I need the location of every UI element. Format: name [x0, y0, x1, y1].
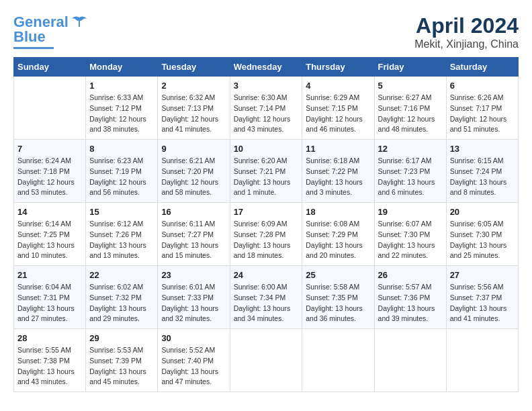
day-info: Sunrise: 6:15 AMSunset: 7:24 PMDaylight:…: [450, 156, 515, 198]
day-number: 27: [450, 270, 515, 280]
day-info: Sunrise: 6:32 AMSunset: 7:13 PMDaylight:…: [161, 93, 226, 135]
day-cell: 28Sunrise: 5:55 AMSunset: 7:38 PMDayligh…: [14, 329, 86, 392]
day-cell: [14, 77, 86, 140]
day-number: 28: [17, 333, 82, 343]
day-cell: 20Sunrise: 6:05 AMSunset: 7:30 PMDayligh…: [446, 203, 518, 266]
day-cell: 21Sunrise: 6:04 AMSunset: 7:31 PMDayligh…: [14, 266, 86, 329]
header: General Blue April 2024 Mekit, Xinjiang,…: [13, 13, 519, 50]
header-thursday: Thursday: [302, 58, 374, 77]
day-number: 22: [89, 270, 154, 280]
day-info: Sunrise: 6:24 AMSunset: 7:18 PMDaylight:…: [17, 156, 82, 198]
day-number: 11: [306, 144, 370, 154]
day-info: Sunrise: 6:08 AMSunset: 7:29 PMDaylight:…: [306, 219, 370, 261]
day-info: Sunrise: 5:56 AMSunset: 7:37 PMDaylight:…: [450, 282, 515, 324]
day-cell: 19Sunrise: 6:07 AMSunset: 7:30 PMDayligh…: [374, 203, 446, 266]
calendar-header: Sunday Monday Tuesday Wednesday Thursday…: [14, 58, 519, 77]
day-cell: 14Sunrise: 6:14 AMSunset: 7:25 PMDayligh…: [14, 203, 86, 266]
day-cell: 25Sunrise: 5:58 AMSunset: 7:35 PMDayligh…: [302, 266, 374, 329]
header-monday: Monday: [86, 58, 158, 77]
header-friday: Friday: [374, 58, 446, 77]
day-info: Sunrise: 6:29 AMSunset: 7:15 PMDaylight:…: [306, 93, 370, 135]
day-info: Sunrise: 6:21 AMSunset: 7:20 PMDaylight:…: [161, 156, 226, 198]
day-cell: 9Sunrise: 6:21 AMSunset: 7:20 PMDaylight…: [158, 140, 230, 203]
day-cell: 8Sunrise: 6:23 AMSunset: 7:19 PMDaylight…: [86, 140, 158, 203]
day-info: Sunrise: 6:04 AMSunset: 7:31 PMDaylight:…: [17, 282, 82, 324]
header-row: Sunday Monday Tuesday Wednesday Thursday…: [14, 58, 519, 77]
header-sunday: Sunday: [14, 58, 86, 77]
day-cell: 4Sunrise: 6:29 AMSunset: 7:15 PMDaylight…: [302, 77, 374, 140]
day-number: 15: [89, 207, 154, 217]
day-number: 14: [17, 207, 82, 217]
day-info: Sunrise: 6:12 AMSunset: 7:26 PMDaylight:…: [89, 219, 154, 261]
day-number: 5: [378, 81, 443, 91]
day-info: Sunrise: 6:33 AMSunset: 7:12 PMDaylight:…: [89, 93, 154, 135]
logo: General Blue: [13, 13, 89, 49]
logo-underline: [13, 47, 54, 49]
day-info: Sunrise: 6:02 AMSunset: 7:32 PMDaylight:…: [89, 282, 154, 324]
day-cell: 5Sunrise: 6:27 AMSunset: 7:16 PMDaylight…: [374, 77, 446, 140]
day-cell: [374, 329, 446, 392]
day-cell: 27Sunrise: 5:56 AMSunset: 7:37 PMDayligh…: [446, 266, 518, 329]
day-cell: 16Sunrise: 6:11 AMSunset: 7:27 PMDayligh…: [158, 203, 230, 266]
week-row-2: 7Sunrise: 6:24 AMSunset: 7:18 PMDaylight…: [14, 140, 519, 203]
day-info: Sunrise: 5:52 AMSunset: 7:40 PMDaylight:…: [161, 345, 226, 387]
main-title: April 2024: [414, 13, 519, 38]
day-cell: 11Sunrise: 6:18 AMSunset: 7:22 PMDayligh…: [302, 140, 374, 203]
day-number: 19: [378, 207, 443, 217]
week-row-4: 21Sunrise: 6:04 AMSunset: 7:31 PMDayligh…: [14, 266, 519, 329]
day-number: 18: [306, 207, 370, 217]
day-number: 7: [17, 144, 82, 154]
day-number: 10: [234, 144, 299, 154]
day-cell: [230, 329, 302, 392]
day-info: Sunrise: 6:26 AMSunset: 7:17 PMDaylight:…: [450, 93, 515, 135]
day-number: 26: [378, 270, 443, 280]
week-row-3: 14Sunrise: 6:14 AMSunset: 7:25 PMDayligh…: [14, 203, 519, 266]
day-number: 23: [161, 270, 226, 280]
day-cell: 22Sunrise: 6:02 AMSunset: 7:32 PMDayligh…: [86, 266, 158, 329]
day-cell: 30Sunrise: 5:52 AMSunset: 7:40 PMDayligh…: [158, 329, 230, 392]
day-number: 12: [378, 144, 443, 154]
day-number: 13: [450, 144, 515, 154]
day-number: 24: [234, 270, 299, 280]
day-cell: 29Sunrise: 5:53 AMSunset: 7:39 PMDayligh…: [86, 329, 158, 392]
day-cell: 17Sunrise: 6:09 AMSunset: 7:28 PMDayligh…: [230, 203, 302, 266]
day-number: 30: [161, 333, 226, 343]
week-row-1: 1Sunrise: 6:33 AMSunset: 7:12 PMDaylight…: [14, 77, 519, 140]
day-info: Sunrise: 6:14 AMSunset: 7:25 PMDaylight:…: [17, 219, 82, 261]
day-cell: 23Sunrise: 6:01 AMSunset: 7:33 PMDayligh…: [158, 266, 230, 329]
day-number: 8: [89, 144, 154, 154]
day-info: Sunrise: 5:57 AMSunset: 7:36 PMDaylight:…: [378, 282, 443, 324]
day-info: Sunrise: 5:53 AMSunset: 7:39 PMDaylight:…: [89, 345, 154, 387]
day-cell: 1Sunrise: 6:33 AMSunset: 7:12 PMDaylight…: [86, 77, 158, 140]
day-info: Sunrise: 6:09 AMSunset: 7:28 PMDaylight:…: [234, 219, 299, 261]
day-info: Sunrise: 6:30 AMSunset: 7:14 PMDaylight:…: [234, 93, 299, 135]
day-cell: 7Sunrise: 6:24 AMSunset: 7:18 PMDaylight…: [14, 140, 86, 203]
day-number: 21: [17, 270, 82, 280]
day-info: Sunrise: 5:55 AMSunset: 7:38 PMDaylight:…: [17, 345, 82, 387]
header-wednesday: Wednesday: [230, 58, 302, 77]
week-row-5: 28Sunrise: 5:55 AMSunset: 7:38 PMDayligh…: [14, 329, 519, 392]
day-info: Sunrise: 6:18 AMSunset: 7:22 PMDaylight:…: [306, 156, 370, 198]
calendar-table: Sunday Monday Tuesday Wednesday Thursday…: [13, 57, 519, 392]
day-info: Sunrise: 6:05 AMSunset: 7:30 PMDaylight:…: [450, 219, 515, 261]
day-number: 29: [89, 333, 154, 343]
day-cell: [302, 329, 374, 392]
day-info: Sunrise: 6:27 AMSunset: 7:16 PMDaylight:…: [378, 93, 443, 135]
day-cell: [446, 329, 518, 392]
day-cell: 12Sunrise: 6:17 AMSunset: 7:23 PMDayligh…: [374, 140, 446, 203]
day-cell: 10Sunrise: 6:20 AMSunset: 7:21 PMDayligh…: [230, 140, 302, 203]
day-number: 3: [234, 81, 299, 91]
day-info: Sunrise: 6:17 AMSunset: 7:23 PMDaylight:…: [378, 156, 443, 198]
day-cell: 18Sunrise: 6:08 AMSunset: 7:29 PMDayligh…: [302, 203, 374, 266]
day-number: 2: [161, 81, 226, 91]
day-info: Sunrise: 6:23 AMSunset: 7:19 PMDaylight:…: [89, 156, 154, 198]
day-number: 20: [450, 207, 515, 217]
day-cell: 15Sunrise: 6:12 AMSunset: 7:26 PMDayligh…: [86, 203, 158, 266]
day-number: 4: [306, 81, 370, 91]
day-info: Sunrise: 6:20 AMSunset: 7:21 PMDaylight:…: [234, 156, 299, 198]
day-info: Sunrise: 6:11 AMSunset: 7:27 PMDaylight:…: [161, 219, 226, 261]
day-cell: 3Sunrise: 6:30 AMSunset: 7:14 PMDaylight…: [230, 77, 302, 140]
logo-bird-icon: [70, 15, 89, 30]
day-cell: 24Sunrise: 6:00 AMSunset: 7:34 PMDayligh…: [230, 266, 302, 329]
day-number: 16: [161, 207, 226, 217]
